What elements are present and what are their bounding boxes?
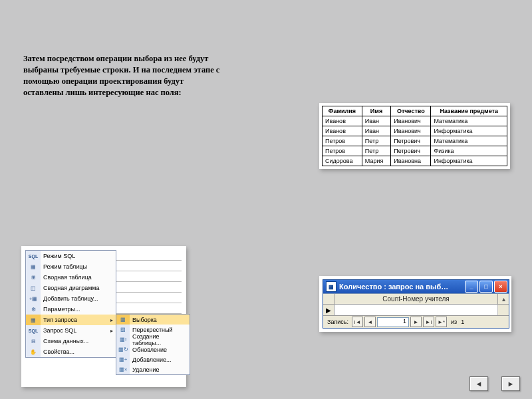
scroll-down-button[interactable] — [498, 305, 509, 315]
query-result-window-card: ▦ Количество : запрос на выб… _ □ × Coun… — [319, 276, 511, 332]
menu-item-query-type[interactable]: ▦ Тип запроса ▸ — [26, 315, 116, 325]
menu-item-pivot-table[interactable]: ⊞ Сводная таблица — [26, 272, 116, 283]
menu-item-pivot-chart[interactable]: ◫ Сводная диаграмма — [26, 283, 116, 293]
sql-icon: SQL — [29, 254, 38, 259]
menu-item-sql-view[interactable]: SQL Режим SQL — [26, 251, 116, 261]
menu-item-label: Режим SQL — [41, 253, 113, 259]
submenu-item-append[interactable]: ▦+ Добавление... — [116, 354, 190, 364]
cell: Петр — [362, 146, 390, 156]
access-menu-screenshot: SQL Режим SQL ▦ Режим таблицы ⊞ Сводная … — [21, 246, 186, 387]
query-type-icon: ▦ — [26, 315, 41, 325]
th-surname: Фамилия — [323, 106, 362, 116]
submenu-item-label: Добавление... — [130, 356, 190, 363]
submenu-item-label: Перекрестный — [130, 327, 190, 333]
menu-item-parameters[interactable]: ⚙ Параметры... — [26, 304, 116, 315]
record-total: 1 — [461, 319, 464, 325]
menu-item-sql-query[interactable]: SQL Запрос SQL ▸ — [26, 325, 116, 336]
submenu-item-label: Обновление — [130, 346, 190, 353]
window-titlebar[interactable]: ▦ Количество : запрос на выб… _ □ × — [323, 280, 509, 293]
column-header[interactable]: Count-Номер учителя — [334, 294, 498, 305]
scroll-up-button[interactable]: ▴ — [498, 294, 509, 305]
cell: Петров — [323, 136, 362, 146]
cell: Математика — [431, 116, 507, 126]
of-label: из — [448, 319, 460, 325]
th-subject: Название предмета — [431, 106, 507, 116]
cell: Петрович — [391, 146, 431, 156]
last-record-button[interactable]: ►I — [423, 317, 434, 327]
prev-record-button[interactable]: ◄ — [364, 317, 376, 327]
crosstab-icon: ▨ — [116, 325, 130, 334]
query-result-table-card: Фамилия Имя Отчество Название предмета И… — [319, 103, 510, 169]
record-navigator: Запись: I◄ ◄ 1 ► ►I ►* из 1 — [323, 315, 509, 328]
cell: Иван — [362, 116, 390, 126]
cell: Информатика — [431, 156, 507, 166]
cell: Ивановна — [391, 156, 431, 166]
query-type-submenu: ▦ Выборка ▨ Перекрестный ▦! Создание таб… — [116, 314, 190, 375]
make-table-icon: ▦! — [116, 334, 130, 344]
menu-item-label: Тип запроса — [41, 317, 108, 323]
submenu-item-select[interactable]: ▦ Выборка — [116, 315, 190, 325]
maximize-button[interactable]: □ — [479, 281, 493, 293]
menu-item-add-table[interactable]: +▦ Добавить таблицу... — [26, 293, 116, 304]
parameters-icon: ⚙ — [26, 304, 41, 315]
access-app-icon: ▦ — [326, 281, 336, 292]
current-record-icon[interactable]: ▶ — [323, 305, 334, 315]
submenu-item-label: Удаление — [130, 366, 190, 373]
cell: Иванович — [391, 116, 431, 126]
properties-icon: ✋ — [26, 346, 41, 357]
cell: Петрович — [391, 136, 431, 146]
submenu-item-label: Выборка — [130, 317, 190, 323]
append-query-icon: ▦+ — [116, 354, 130, 364]
cell: Информатика — [431, 126, 507, 136]
submenu-item-make-table[interactable]: ▦! Создание таблицы... — [116, 334, 190, 344]
select-query-icon: ▦ — [116, 315, 130, 325]
table-row: Сидорова Мария Ивановна Информатика — [323, 156, 507, 166]
minimize-button[interactable]: _ — [465, 281, 478, 293]
horizontal-scrollbar[interactable] — [468, 317, 507, 327]
first-record-button[interactable]: I◄ — [352, 317, 363, 327]
table-row: Петров Петр Петрович Физика — [323, 146, 507, 156]
cell-value[interactable] — [334, 305, 498, 315]
cell: Петров — [323, 146, 362, 156]
record-label: Запись: — [325, 319, 350, 325]
cell: Математика — [431, 136, 507, 146]
record-number-input[interactable]: 1 — [377, 317, 409, 327]
sql-icon: SQL — [29, 329, 38, 333]
menu-item-label: Сводная таблица — [41, 274, 113, 281]
menu-item-label: Свойства... — [41, 348, 113, 355]
menu-item-label: Параметры... — [41, 306, 113, 313]
cell: Иванов — [323, 116, 362, 126]
table-icon: ▦ — [26, 261, 41, 272]
table-row: Иванов Иван Иванович Математика — [323, 116, 507, 126]
chevron-right-icon: ▸ — [108, 317, 113, 323]
window-title: Количество : запрос на выб… — [339, 283, 464, 291]
submenu-item-delete[interactable]: ▦× Удаление — [116, 364, 190, 374]
th-name: Имя — [362, 106, 390, 116]
table-row: Иванов Иван Иванович Информатика — [323, 126, 507, 136]
cell: Иванов — [323, 126, 362, 136]
menu-item-table-view[interactable]: ▦ Режим таблицы — [26, 261, 116, 272]
cell: Петр — [362, 136, 390, 146]
menu-item-properties[interactable]: ✋ Свойства... — [26, 346, 116, 357]
table-row: Петров Петр Петрович Математика — [323, 136, 507, 146]
cell: Сидорова — [323, 156, 362, 166]
pivot-chart-icon: ◫ — [26, 283, 41, 293]
column-selector-header[interactable] — [323, 294, 334, 305]
cell: Физика — [431, 146, 507, 156]
next-record-button[interactable]: ► — [410, 317, 422, 327]
th-patronymic: Отчество — [391, 106, 431, 116]
next-slide-button[interactable]: ► — [501, 376, 520, 391]
new-record-button[interactable]: ►* — [436, 317, 447, 327]
delete-query-icon: ▦× — [116, 364, 130, 374]
pivot-table-icon: ⊞ — [26, 272, 41, 283]
close-button[interactable]: × — [494, 281, 507, 293]
update-query-icon: ▦↻ — [116, 344, 130, 354]
context-menu: SQL Режим SQL ▦ Режим таблицы ⊞ Сводная … — [25, 250, 116, 358]
menu-item-label: Схема данных... — [41, 338, 113, 344]
submenu-item-update[interactable]: ▦↻ Обновление — [116, 344, 190, 354]
query-designer-grid — [115, 250, 182, 311]
menu-item-data-scheme[interactable]: ⊟ Схема данных... — [26, 336, 116, 346]
prev-slide-button[interactable]: ◄ — [469, 376, 488, 391]
menu-item-label: Добавить таблицу... — [41, 295, 113, 302]
menu-item-label: Запрос SQL — [41, 327, 108, 334]
